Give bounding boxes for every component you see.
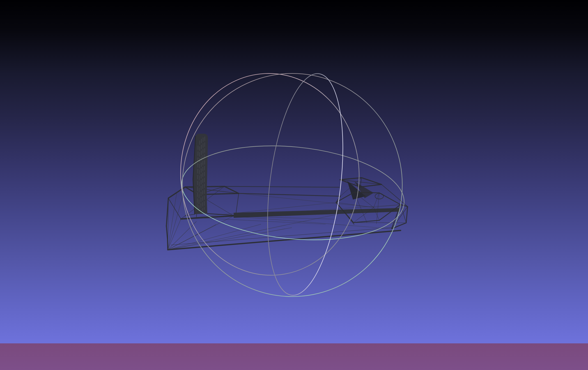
mesh-wireframe: [166, 134, 408, 250]
trackball-widget[interactable]: [176, 69, 408, 300]
application-window: FOV: 60 FPS: 185.2 BO_RENDERING Mesh: ho…: [0, 0, 588, 370]
3d-viewport[interactable]: FOV: 60 FPS: 185.2 BO_RENDERING Mesh: ho…: [0, 0, 588, 370]
trackball-meridian-circle: [256, 70, 354, 300]
sight-blade: [185, 134, 234, 216]
status-bar: FOV: 60 FPS: 185.2 BO_RENDERING Mesh: ho…: [0, 343, 588, 370]
trackball-outer-circle: [182, 73, 402, 297]
rear-sight-assembly: [336, 178, 408, 229]
gl-canvas: [0, 0, 588, 370]
